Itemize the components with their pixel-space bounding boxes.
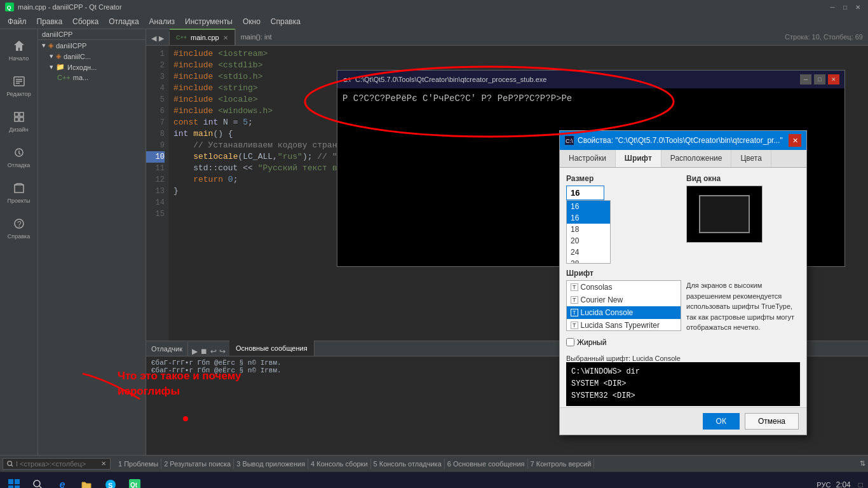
taskbar-search-icon: [33, 480, 43, 489]
notification-area[interactable]: □: [856, 480, 865, 489]
cancel-button[interactable]: Отмена: [745, 413, 799, 430]
help-icon: ?: [11, 216, 27, 231]
font-list[interactable]: T Consolas T Courier New T Lucida Consol…: [566, 280, 681, 331]
console-icon: C:\: [342, 75, 351, 84]
preview-line-2: SYSTEM <DIR>: [571, 378, 795, 390]
status-tab-1[interactable]: 1 Проблемы: [116, 460, 161, 468]
ok-button[interactable]: ОК: [703, 413, 740, 430]
debug-toolbar-btn3[interactable]: ↩: [210, 347, 217, 356]
size-20[interactable]: 20: [567, 235, 610, 247]
font-lucida-console[interactable]: T Lucida Console: [567, 306, 681, 319]
search-input[interactable]: [16, 460, 98, 468]
dialog-titlebar: C:\ Свойства: "C:\Qt\Qt5.7.0\Tools\QtCre…: [560, 131, 806, 150]
dialog-close-button[interactable]: ✕: [789, 134, 801, 147]
debug-tab-messages[interactable]: Основные сообщения: [229, 341, 315, 356]
font-lucida-sans[interactable]: T Lucida Sans Typewriter: [567, 319, 681, 331]
preview-box: [686, 186, 763, 243]
size-label: Размер: [566, 174, 680, 183]
tree-project-icon: ◈: [48, 41, 53, 50]
status-tab-7[interactable]: 7 Контроль версий: [528, 460, 594, 468]
size-28[interactable]: 28: [567, 258, 610, 264]
debug-toolbar-btn2[interactable]: ⏹: [200, 347, 208, 356]
tab-nav-back[interactable]: ◀ ▶: [146, 31, 170, 45]
sidebar-item-help[interactable]: ? Справка: [3, 211, 36, 244]
status-tab-6[interactable]: 6 Основные сообщения: [445, 460, 527, 468]
taskbar-skype[interactable]: S: [99, 473, 122, 489]
search-bar[interactable]: ✕: [3, 458, 111, 470]
console-maximize[interactable]: □: [814, 74, 825, 85]
tree-item-sources[interactable]: ▾ 📁 Исходн...: [46, 62, 146, 72]
tree-folder-icon: ◈: [56, 52, 61, 60]
bold-checkbox[interactable]: [566, 338, 574, 346]
size-24[interactable]: 24: [567, 247, 610, 258]
svg-line-17: [39, 486, 42, 489]
status-tab-3[interactable]: 3 Вывод приложения: [234, 460, 308, 468]
taskbar: e S Qt РУС 2:04 □: [0, 471, 868, 488]
menu-help[interactable]: Справка: [266, 16, 306, 27]
font-info-text: Для экранов с высоким разрешением рекоме…: [686, 281, 794, 331]
menu-bar: Файл Правка Сборка Отладка Анализ Инстру…: [0, 14, 868, 29]
properties-dialog: C:\ Свойства: "C:\Qt\Qt5.7.0\Tools\QtCre…: [559, 130, 807, 435]
menu-analyze[interactable]: Анализ: [144, 16, 180, 27]
tree-expand-icon3: ▾: [50, 63, 53, 71]
search-icon: [7, 461, 13, 467]
maximize-button[interactable]: □: [840, 2, 850, 12]
console-close[interactable]: ✕: [828, 74, 839, 85]
status-tab-5[interactable]: 5 Консоль отладчика: [371, 460, 444, 468]
start-button[interactable]: [3, 473, 25, 489]
tab-maincpp[interactable]: C++ main.cpp ✕: [170, 29, 235, 45]
taskbar-qtcreator[interactable]: Qt: [123, 473, 146, 489]
size-input[interactable]: [566, 186, 604, 200]
dialog-footer: ОК Отмена: [560, 407, 806, 435]
taskbar-files[interactable]: [75, 473, 98, 489]
tree-item-project[interactable]: ▾ ◈ daniilCPP: [38, 40, 146, 51]
size-16[interactable]: 16: [567, 201, 610, 212]
font-courier-new[interactable]: T Courier New: [567, 294, 681, 306]
menu-edit[interactable]: Правка: [32, 16, 68, 27]
line-numbers: 12345 678910 1112131415: [146, 46, 168, 341]
font-consolas-label: Consolas: [581, 283, 613, 292]
dialog-icon: C:\: [565, 136, 574, 145]
sidebar-item-design[interactable]: Дизайн: [3, 104, 36, 137]
menu-file[interactable]: Файл: [3, 16, 32, 27]
debug-toolbar-btn1[interactable]: ▶: [192, 347, 198, 356]
search-clear[interactable]: ✕: [101, 460, 106, 467]
dialog-tab-layout[interactable]: Расположение: [661, 150, 732, 167]
status-arrows: ⇅: [860, 459, 865, 468]
font-courier-label: Courier New: [581, 295, 623, 304]
minimize-button[interactable]: ─: [827, 2, 837, 12]
cpp-icon: C++: [176, 34, 187, 41]
tree-item-maincpp[interactable]: C++ ma...: [53, 72, 146, 83]
console-minimize[interactable]: ─: [800, 74, 811, 85]
tree-item-subfolder[interactable]: ▾ ◈ daniilC...: [46, 51, 146, 62]
size-18[interactable]: 18: [567, 224, 610, 235]
font-info: Для экранов с высоким разрешением рекоме…: [686, 280, 800, 333]
taskbar-ie[interactable]: e: [51, 473, 74, 489]
size-16b[interactable]: 16: [567, 212, 610, 224]
status-tab-2[interactable]: 2 Результаты поиска: [161, 460, 233, 468]
font-lucida-sans-label: Lucida Sans Typewriter: [581, 321, 660, 330]
size-list[interactable]: 16 16 18 20 24 28 36 72: [566, 200, 611, 264]
sidebar-item-projects[interactable]: Проекты: [3, 175, 36, 208]
sidebar: Начало Редактор Дизайн Отладка Проекты: [0, 29, 38, 455]
status-tab-4[interactable]: 4 Консоль сборки: [308, 460, 370, 468]
sidebar-item-home[interactable]: Начало: [3, 33, 36, 66]
sidebar-item-editor[interactable]: Редактор: [3, 69, 36, 102]
svg-rect-3: [15, 112, 18, 116]
font-consolas[interactable]: T Consolas: [567, 281, 681, 294]
dialog-tab-settings[interactable]: Настройки: [560, 150, 616, 167]
file-tree-header: daniilCPP: [38, 29, 146, 40]
menu-window[interactable]: Окно: [238, 16, 266, 27]
menu-build[interactable]: Сборка: [67, 16, 104, 27]
search-button[interactable]: [27, 473, 50, 489]
tree-project-label: daniilCPP: [56, 42, 86, 50]
svg-text:?: ?: [17, 220, 22, 229]
debug-toolbar-btn4[interactable]: ↪: [219, 347, 226, 356]
menu-debug[interactable]: Отладка: [104, 16, 144, 27]
dialog-tab-font[interactable]: Шрифт: [616, 150, 661, 167]
close-button[interactable]: ✕: [853, 2, 863, 12]
sidebar-item-debug[interactable]: Отладка: [3, 140, 36, 173]
dialog-tab-colors[interactable]: Цвета: [731, 150, 771, 167]
menu-tools[interactable]: Инструменты: [180, 16, 238, 27]
tab-close-button[interactable]: ✕: [223, 34, 228, 41]
